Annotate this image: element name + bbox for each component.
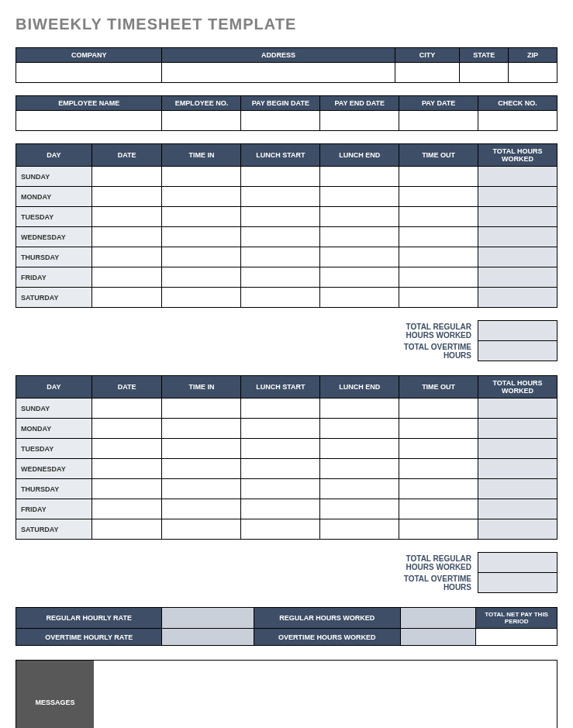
- time-in-input[interactable]: [162, 288, 241, 308]
- time-in-input[interactable]: [162, 187, 241, 207]
- row-total: [478, 399, 557, 419]
- lunch-end-input[interactable]: [320, 479, 399, 499]
- pay-begin-input[interactable]: [241, 111, 320, 131]
- date-input[interactable]: [91, 499, 162, 519]
- lunch-start-input[interactable]: [241, 399, 320, 419]
- city-input[interactable]: [395, 63, 460, 83]
- lunch-end-input[interactable]: [320, 227, 399, 247]
- lunch-end-input[interactable]: [320, 439, 399, 459]
- lunch-start-input[interactable]: [241, 419, 320, 439]
- lunch-start-input[interactable]: [241, 227, 320, 247]
- lunch-end-input[interactable]: [320, 419, 399, 439]
- time-out-input[interactable]: [399, 288, 478, 308]
- time-in-input[interactable]: [162, 207, 241, 227]
- lunch-start-input[interactable]: [241, 439, 320, 459]
- date-input[interactable]: [91, 167, 162, 187]
- zip-input[interactable]: [509, 63, 557, 83]
- time-in-input[interactable]: [162, 247, 241, 267]
- lunch-end-input[interactable]: [320, 167, 399, 187]
- day-label: WEDNESDAY: [16, 459, 92, 479]
- week2-table: DAY DATE TIME IN LUNCH START LUNCH END T…: [16, 375, 557, 540]
- lunch-start-input[interactable]: [241, 207, 320, 227]
- time-in-input[interactable]: [162, 399, 241, 419]
- date-input[interactable]: [91, 419, 162, 439]
- time-out-input[interactable]: [399, 499, 478, 519]
- date-input[interactable]: [91, 459, 162, 479]
- lunch-start-input[interactable]: [241, 499, 320, 519]
- day-label: SUNDAY: [16, 167, 92, 187]
- date-input[interactable]: [91, 479, 162, 499]
- lunch-start-input[interactable]: [241, 267, 320, 288]
- time-out-input[interactable]: [399, 267, 478, 288]
- date-input[interactable]: [91, 288, 162, 308]
- row-total: [478, 419, 557, 439]
- time-out-input[interactable]: [399, 187, 478, 207]
- time-in-input[interactable]: [162, 167, 241, 187]
- time-in-input[interactable]: [162, 439, 241, 459]
- date-input[interactable]: [91, 439, 162, 459]
- company-input[interactable]: [16, 63, 162, 83]
- date-input[interactable]: [91, 519, 162, 540]
- ot-rate-input[interactable]: [162, 629, 254, 646]
- date-input[interactable]: [91, 399, 162, 419]
- date-input[interactable]: [91, 227, 162, 247]
- lunch-start-input[interactable]: [241, 459, 320, 479]
- lunch-start-input[interactable]: [241, 247, 320, 267]
- day-label: THURSDAY: [16, 247, 92, 267]
- day-label: FRIDAY: [16, 499, 92, 519]
- pay-end-input[interactable]: [320, 111, 399, 131]
- time-in-input[interactable]: [162, 419, 241, 439]
- date-input[interactable]: [91, 187, 162, 207]
- pay-date-input[interactable]: [399, 111, 478, 131]
- date-input[interactable]: [91, 267, 162, 288]
- table-row: SATURDAY: [16, 288, 557, 308]
- time-out-input[interactable]: [399, 519, 478, 540]
- lunch-end-input[interactable]: [320, 459, 399, 479]
- lunch-start-input[interactable]: [241, 479, 320, 499]
- time-in-input[interactable]: [162, 459, 241, 479]
- reg-rate-input[interactable]: [162, 608, 254, 629]
- ot-hours-input[interactable]: [400, 629, 476, 646]
- lunch-end-input[interactable]: [320, 267, 399, 288]
- reg-hours-input[interactable]: [400, 608, 476, 629]
- lunch-start-input[interactable]: [241, 187, 320, 207]
- time-out-input[interactable]: [399, 247, 478, 267]
- time-in-input[interactable]: [162, 227, 241, 247]
- row-total: [478, 267, 557, 288]
- date-input[interactable]: [91, 247, 162, 267]
- time-out-input[interactable]: [399, 399, 478, 419]
- time-in-input[interactable]: [162, 267, 241, 288]
- state-input[interactable]: [460, 63, 509, 83]
- time-out-input[interactable]: [399, 479, 478, 499]
- time-in-input[interactable]: [162, 479, 241, 499]
- time-in-input[interactable]: [162, 499, 241, 519]
- lunch-end-input[interactable]: [320, 519, 399, 540]
- day-label: WEDNESDAY: [16, 227, 92, 247]
- check-no-input[interactable]: [478, 111, 557, 131]
- emp-name-input[interactable]: [16, 111, 162, 131]
- lunch-end-input[interactable]: [320, 207, 399, 227]
- time-in-input[interactable]: [162, 519, 241, 540]
- time-out-input[interactable]: [399, 439, 478, 459]
- time-out-input[interactable]: [399, 227, 478, 247]
- lunch-end-input[interactable]: [320, 499, 399, 519]
- lunch-end-input[interactable]: [320, 399, 399, 419]
- lunch-end-input[interactable]: [320, 187, 399, 207]
- time-out-input[interactable]: [399, 207, 478, 227]
- time-out-input[interactable]: [399, 459, 478, 479]
- lunch-end-input[interactable]: [320, 288, 399, 308]
- lunch-start-input[interactable]: [241, 288, 320, 308]
- lunch-end-input[interactable]: [320, 247, 399, 267]
- table-row: MONDAY: [16, 419, 557, 439]
- emp-no-input[interactable]: [162, 111, 241, 131]
- row-total: [478, 439, 557, 459]
- lunch-start-input[interactable]: [241, 519, 320, 540]
- time-out-input[interactable]: [399, 419, 478, 439]
- date-input[interactable]: [91, 207, 162, 227]
- address-input[interactable]: [162, 63, 395, 83]
- lunch-start-input[interactable]: [241, 167, 320, 187]
- table-row: WEDNESDAY: [16, 227, 557, 247]
- time-out-input[interactable]: [399, 167, 478, 187]
- table-row: SATURDAY: [16, 519, 557, 540]
- messages-input[interactable]: [94, 661, 557, 728]
